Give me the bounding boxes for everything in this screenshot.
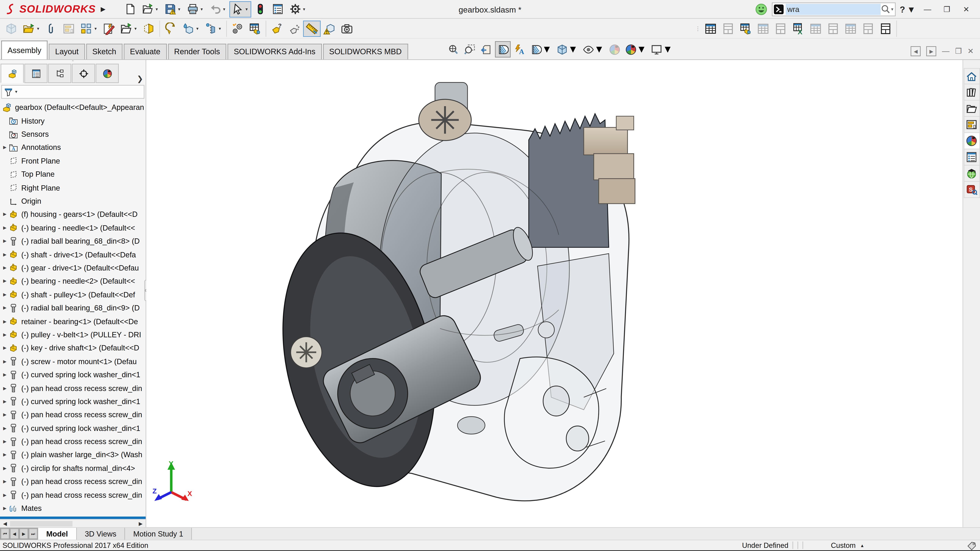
- tree-item[interactable]: ▶(-) key - drive shaft<1> (Default<<D: [0, 341, 146, 355]
- tree-horizontal-scrollbar[interactable]: ◀ ▶: [0, 519, 146, 527]
- tab-slot-table-button[interactable]: [859, 21, 877, 37]
- tree-item[interactable]: Front Plane: [0, 154, 146, 168]
- dropdown-arrow-icon[interactable]: ▼: [134, 27, 137, 30]
- exploded-view-button[interactable]: [268, 21, 285, 37]
- next-tab-button[interactable]: ▶: [19, 529, 28, 539]
- expand-arrow-icon[interactable]: ▶: [3, 439, 9, 444]
- window-restore-button[interactable]: ❐: [939, 5, 955, 14]
- appearances-scenes-button[interactable]: [964, 133, 980, 149]
- expand-arrow-icon[interactable]: ▶: [3, 319, 9, 324]
- previous-tab-button[interactable]: ◀: [10, 529, 19, 539]
- new-document-button[interactable]: [122, 1, 138, 17]
- tab-render-tools[interactable]: Render Tools: [168, 44, 226, 59]
- expand-arrow-icon[interactable]: ▶: [3, 252, 9, 257]
- zoom-to-fit-button[interactable]: [446, 41, 461, 57]
- panel-tabs-expand-arrow[interactable]: ❯: [137, 74, 143, 83]
- search-box[interactable]: wra ▼: [772, 2, 895, 16]
- general-table-button[interactable]: [702, 21, 719, 37]
- expand-arrow-icon[interactable]: ▶: [3, 412, 9, 418]
- tree-item[interactable]: ▶(-) radial ball bearing_68_din<8> (D: [0, 235, 146, 248]
- tree-item[interactable]: History: [0, 114, 146, 128]
- expand-arrow-icon[interactable]: ▶: [3, 292, 9, 297]
- file-properties-button[interactable]: [269, 1, 286, 17]
- tree-item[interactable]: ▶(-) curved spring lock washer_din<1: [0, 395, 146, 408]
- weldment-cut-list-button[interactable]: [754, 21, 772, 37]
- excel-based-bom-button[interactable]: [789, 21, 807, 37]
- bill-of-materials-button[interactable]: [246, 21, 264, 37]
- tab-model[interactable]: Model: [38, 528, 77, 540]
- component-preview-button[interactable]: [60, 21, 78, 37]
- tab-evaluate[interactable]: Evaluate: [124, 44, 167, 59]
- bend-table-button[interactable]: [824, 21, 842, 37]
- tree-item[interactable]: ▶(-) pan head cross recess screw_din: [0, 381, 146, 395]
- dropdown-arrow-icon[interactable]: ▼: [542, 44, 552, 55]
- solidworks-resources-button[interactable]: [964, 165, 980, 182]
- insert-components-button[interactable]: ▼: [20, 21, 43, 37]
- explode-line-sketch-button[interactable]: [286, 21, 303, 37]
- open-document-button[interactable]: ▼: [139, 1, 161, 17]
- view-orientation-button[interactable]: ▼: [529, 41, 553, 57]
- panel-collapse-handle[interactable]: ⌃: [0, 60, 146, 63]
- dropdown-arrow-icon[interactable]: ▼: [94, 27, 97, 30]
- expand-arrow-icon[interactable]: ▶: [3, 332, 9, 337]
- tree-item[interactable]: ▶Annotations: [0, 141, 146, 154]
- punch-table-button[interactable]: [842, 21, 859, 37]
- move-component-button[interactable]: ▼: [118, 21, 140, 37]
- save-button[interactable]: ▼: [162, 1, 183, 17]
- dropdown-arrow-icon[interactable]: ▼: [663, 44, 673, 55]
- expand-arrow-icon[interactable]: ▶: [3, 225, 9, 230]
- show-hidden-components-button[interactable]: [140, 21, 158, 37]
- window-close-button[interactable]: ✕: [959, 5, 974, 14]
- blank-table-button[interactable]: [877, 21, 894, 37]
- dropdown-arrow-icon[interactable]: ▼: [594, 44, 604, 55]
- tree-item[interactable]: ▶(-) radial ball bearing_68_din<9> (D: [0, 301, 146, 314]
- assembly-visualization-button[interactable]: [229, 21, 246, 37]
- dropdown-arrow-icon[interactable]: ▼: [907, 4, 915, 14]
- view-palette-button[interactable]: [964, 117, 980, 133]
- first-tab-button[interactable]: ⏮: [1, 529, 10, 539]
- tree-filter-box[interactable]: ▼: [1, 85, 144, 99]
- expand-arrow-icon[interactable]: ▶: [3, 426, 9, 431]
- dropdown-arrow-icon[interactable]: ▼: [636, 44, 647, 55]
- units-selector[interactable]: Custom: [831, 541, 856, 549]
- new-motion-study-button[interactable]: ▼: [202, 21, 224, 37]
- dropdown-arrow-icon[interactable]: ▼: [36, 27, 40, 30]
- tree-item[interactable]: ▶Mates: [0, 502, 146, 515]
- smart-fasteners-button[interactable]: [100, 21, 118, 37]
- expand-arrow-icon[interactable]: ▶: [3, 479, 9, 484]
- tree-root-item[interactable]: gearbox (Default<<Default>_Appearan: [0, 100, 146, 114]
- tab-assembly[interactable]: Assembly: [1, 41, 48, 59]
- tree-item[interactable]: ▶(-) shaft - pulley<1> (Default<<Def: [0, 288, 146, 301]
- tree-item[interactable]: Sensors: [0, 128, 146, 141]
- dropdown-arrow-icon[interactable]: ▼: [218, 27, 222, 30]
- tree-item[interactable]: ▶(-) curved spring lock washer_din<1: [0, 368, 146, 381]
- dropdown-arrow-icon[interactable]: ▼: [14, 90, 18, 94]
- expand-arrow-icon[interactable]: ▶: [3, 279, 9, 284]
- tree-item[interactable]: ▶(-) pan head cross recess screw_din: [0, 408, 146, 422]
- window-minimize-button[interactable]: —: [920, 5, 935, 14]
- doc-close-button[interactable]: ✕: [967, 47, 974, 56]
- tree-item[interactable]: ▶(-) pan head cross recess screw_din: [0, 435, 146, 448]
- tab-layout[interactable]: Layout: [49, 44, 85, 59]
- tab-display-manager[interactable]: [95, 64, 119, 83]
- design-table-button[interactable]: [719, 21, 737, 37]
- tree-item[interactable]: ▶(-) bearing - needle<2> (Default<<: [0, 275, 146, 288]
- search-magnifier-icon[interactable]: [880, 4, 891, 14]
- dropdown-arrow-icon[interactable]: ▼: [245, 7, 248, 11]
- hole-table-button[interactable]: [772, 21, 789, 37]
- undo-button[interactable]: ▼: [207, 1, 228, 17]
- interference-detection-button[interactable]: [320, 21, 338, 37]
- tree-item[interactable]: ▶(f) housing - gears<1> (Default<<D: [0, 208, 146, 221]
- dropdown-arrow-icon[interactable]: ▼: [222, 7, 226, 11]
- expand-arrow-icon[interactable]: ▶: [3, 386, 9, 391]
- zoom-to-area-button[interactable]: [463, 41, 477, 57]
- dropdown-arrow-icon[interactable]: ▼: [302, 7, 306, 11]
- doc-minimize-button[interactable]: —: [942, 47, 950, 56]
- edit-appearance-button[interactable]: [607, 41, 622, 57]
- measure-button[interactable]: [303, 21, 320, 37]
- tab-solidworks-mbd[interactable]: SOLIDWORKS MBD: [323, 44, 408, 59]
- expand-arrow-icon[interactable]: ▶: [3, 306, 9, 311]
- expand-arrow-icon[interactable]: ▶: [3, 359, 9, 364]
- previous-view-button[interactable]: [479, 41, 493, 57]
- dropdown-arrow-icon[interactable]: ▼: [155, 7, 159, 11]
